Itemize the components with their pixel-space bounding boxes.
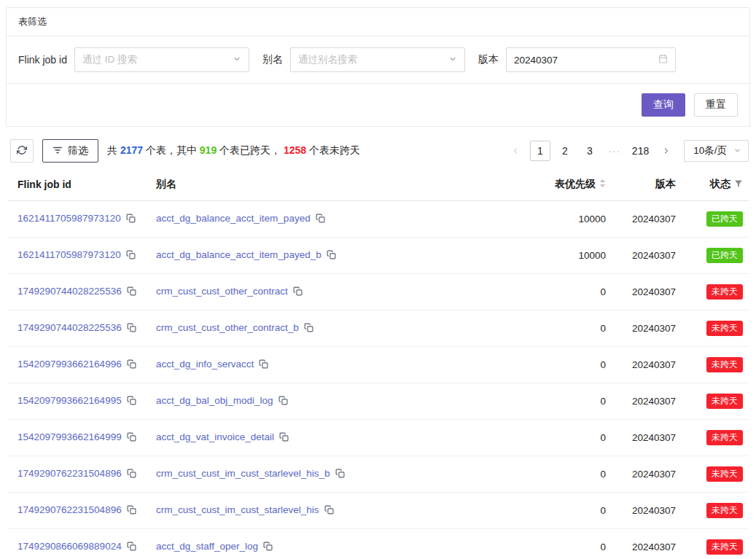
copy-icon[interactable] xyxy=(324,505,334,517)
copy-icon[interactable] xyxy=(304,323,313,335)
copy-icon[interactable] xyxy=(127,542,136,553)
job-id-link[interactable]: 1621411705987973120 xyxy=(17,249,121,260)
priority-cell: 0 xyxy=(524,529,612,559)
priority-cell: 0 xyxy=(524,310,612,347)
query-button[interactable]: 查询 xyxy=(642,93,685,117)
column-header-priority[interactable]: 表优先级 xyxy=(524,168,612,201)
priority-cell: 0 xyxy=(524,456,612,493)
copy-icon[interactable] xyxy=(127,286,136,298)
version-cell: 20240307 xyxy=(612,420,682,456)
copy-icon[interactable] xyxy=(126,214,136,225)
priority-cell: 0 xyxy=(524,493,612,529)
copy-icon[interactable] xyxy=(126,250,136,262)
priority-cell: 0 xyxy=(524,383,612,420)
copy-icon[interactable] xyxy=(127,396,136,407)
page-size-select-top[interactable]: 10条/页 xyxy=(684,140,749,162)
copy-icon[interactable] xyxy=(335,469,345,480)
copy-icon[interactable] xyxy=(279,432,289,444)
filter-actions-row: 查询 重置 xyxy=(7,84,749,126)
alias-link[interactable]: acct_dg_balance_acct_item_payed_b xyxy=(156,249,322,260)
chevron-down-icon xyxy=(233,54,241,66)
calendar-icon xyxy=(658,54,668,66)
copy-icon[interactable] xyxy=(127,469,136,480)
copy-icon[interactable] xyxy=(327,250,336,262)
table-toolbar: 筛选 共 2177 个表，其中 919 个表已跨天， 1258 个表未跨天 12… xyxy=(10,139,749,163)
copy-icon[interactable] xyxy=(127,432,136,444)
job-id-link[interactable]: 1749290762231504896 xyxy=(17,504,122,515)
chevron-down-icon xyxy=(733,146,741,157)
job-id-link[interactable]: 1542097993662164996 xyxy=(17,359,122,370)
refresh-icon xyxy=(17,145,27,157)
status-badge: 已跨天 xyxy=(706,248,743,263)
alias-link[interactable]: acct_dg_info_servacct xyxy=(156,359,254,370)
alias-link[interactable]: crm_cust_cust_im_cust_starlevel_his_b xyxy=(156,468,330,479)
table-row: 1621411705987973120acct_dg_balance_acct_… xyxy=(7,201,749,238)
copy-icon[interactable] xyxy=(263,542,273,553)
status-badge: 未跨天 xyxy=(706,503,743,518)
filter-card-title: 表筛选 xyxy=(7,8,749,36)
refresh-button[interactable] xyxy=(10,139,34,163)
chevron-down-icon xyxy=(448,54,457,66)
status-badge: 已跨天 xyxy=(706,211,743,227)
alias-select[interactable]: 通过别名搜索 xyxy=(290,47,465,72)
status-badge: 未跨天 xyxy=(706,284,743,300)
filter-funnel-icon[interactable] xyxy=(734,179,743,190)
copy-icon[interactable] xyxy=(293,286,303,298)
copy-icon[interactable] xyxy=(127,323,136,335)
pagination-top-zone: 123···218 10条/页 xyxy=(505,140,749,162)
copy-icon[interactable] xyxy=(316,214,325,225)
pagination-prev-icon[interactable] xyxy=(505,141,526,161)
alias-label: 别名 xyxy=(262,53,283,66)
filter-fields-row: Flink job id 通过 ID 搜索 别名 通过别名搜索 版本 20240… xyxy=(7,36,749,84)
version-cell: 20240307 xyxy=(612,383,682,420)
pagination-page-218[interactable]: 218 xyxy=(629,141,652,161)
pagination-page-3[interactable]: 3 xyxy=(580,141,600,161)
status-badge: 未跨天 xyxy=(706,466,743,482)
priority-cell: 10000 xyxy=(524,201,612,238)
pagination-page-1[interactable]: 1 xyxy=(530,141,550,161)
table-header-row: Flink job id 别名 表优先级 版本 状态 xyxy=(7,168,749,201)
alias-placeholder: 通过别名搜索 xyxy=(298,53,357,66)
alias-link[interactable]: acct_dg_bal_obj_modi_log xyxy=(156,395,273,406)
filter-lines-icon xyxy=(52,145,63,157)
table-row: 1621411705987973120acct_dg_balance_acct_… xyxy=(7,238,749,274)
total-count: 2177 xyxy=(120,144,143,156)
alias-link[interactable]: acct_dg_staff_oper_log xyxy=(156,541,258,552)
tables-table: Flink job id 别名 表优先级 版本 状态 1621411705987… xyxy=(7,168,749,559)
version-cell: 20240307 xyxy=(612,529,682,559)
alias-link[interactable]: crm_cust_cust_other_contract xyxy=(156,286,288,297)
sort-icon[interactable] xyxy=(599,179,606,190)
table-row: 1749290762231504896crm_cust_cust_im_cust… xyxy=(7,493,749,529)
filter-button[interactable]: 筛选 xyxy=(42,139,98,163)
job-id-select[interactable]: 通过 ID 搜索 xyxy=(74,47,249,72)
alias-link[interactable]: acct_dg_balance_acct_item_payed xyxy=(156,213,311,224)
job-id-link[interactable]: 1621411705987973120 xyxy=(17,213,121,224)
status-badge: 未跨天 xyxy=(706,321,743,336)
job-id-link[interactable]: 1542097993662164999 xyxy=(17,431,122,442)
job-id-link[interactable]: 1749290762231504896 xyxy=(17,468,122,479)
summary-text: 共 2177 个表，其中 919 个表已跨天， 1258 个表未跨天 xyxy=(107,144,360,157)
job-id-link[interactable]: 1542097993662164995 xyxy=(17,395,122,406)
priority-cell: 0 xyxy=(524,420,612,456)
alias-link[interactable]: acct_dg_vat_invoice_detail xyxy=(156,431,274,442)
priority-cell: 10000 xyxy=(524,238,612,274)
copy-icon[interactable] xyxy=(278,396,288,407)
pagination-page-2[interactable]: 2 xyxy=(555,141,575,161)
job-id-link[interactable]: 1749290744028225536 xyxy=(17,286,122,297)
priority-cell: 0 xyxy=(524,274,612,310)
alias-link[interactable]: crm_cust_cust_im_cust_starlevel_his xyxy=(156,504,319,515)
version-label: 版本 xyxy=(478,53,499,66)
version-date-input[interactable]: 20240307 xyxy=(506,47,676,72)
column-header-status[interactable]: 状态 xyxy=(682,168,749,201)
table-row: 1542097993662164999acct_dg_vat_invoice_d… xyxy=(7,420,749,456)
alias-link[interactable]: crm_cust_cust_other_contract_b xyxy=(156,322,299,333)
copy-icon[interactable] xyxy=(259,359,268,371)
pagination-next-icon[interactable] xyxy=(656,141,677,161)
reset-button[interactable]: 重置 xyxy=(694,93,738,117)
job-id-link[interactable]: 1749290866069889024 xyxy=(17,541,122,552)
version-cell: 20240307 xyxy=(612,493,682,529)
job-id-link[interactable]: 1749290744028225536 xyxy=(17,322,122,333)
copy-icon[interactable] xyxy=(127,505,136,517)
copy-icon[interactable] xyxy=(127,359,136,371)
page-size-label: 10条/页 xyxy=(693,144,727,157)
